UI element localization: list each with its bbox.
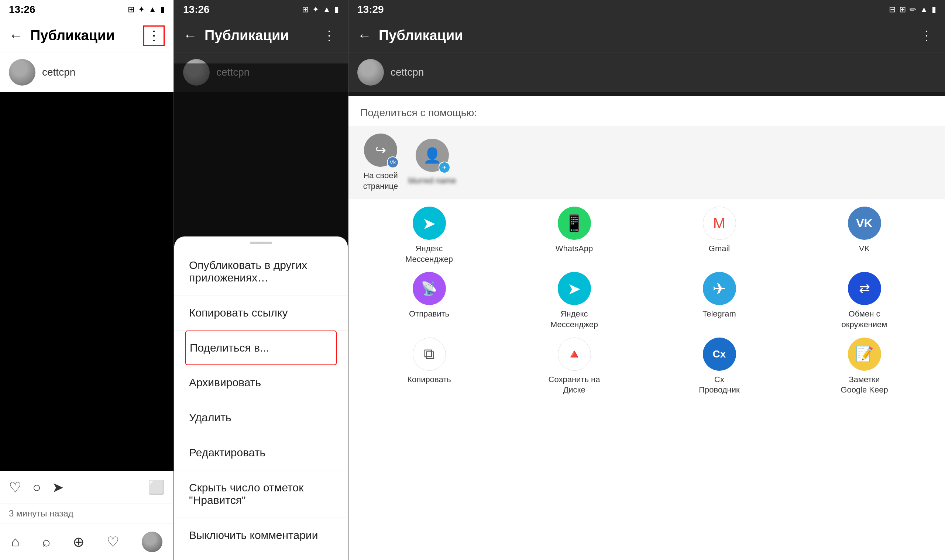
more-options-button-2[interactable]: ⋮ bbox=[320, 25, 339, 46]
copy-label: Копировать bbox=[407, 374, 451, 385]
telegram-icon: ✈ bbox=[703, 272, 736, 305]
vk-badge: Vk bbox=[387, 157, 399, 168]
share-person-tg[interactable]: 👤 ✈ blurred name bbox=[408, 139, 456, 186]
exchange-label: Обмен сокружением bbox=[842, 309, 887, 330]
share-app-yandex-messenger[interactable]: ➤ ЯндексМессенджер bbox=[360, 206, 498, 265]
share-icon-1[interactable]: ➤ bbox=[52, 479, 64, 495]
panel-3: 13:29 ⊟ ⊞ ✏ ▲ ▮ ← Публикации ⋮ cettcpn П… bbox=[348, 0, 945, 560]
yandex-messenger-icon-2: ➤ bbox=[558, 272, 591, 305]
share-app-send[interactable]: 📡 Отправить bbox=[360, 272, 498, 330]
share-app-yandex-messenger-2[interactable]: ➤ ЯндексМессенджер bbox=[506, 272, 643, 330]
app-header-2: ← Публикации ⋮ bbox=[174, 19, 348, 52]
tg-badge: ✈ bbox=[439, 162, 450, 173]
battery-icon-2: ▮ bbox=[335, 5, 339, 14]
back-button-3[interactable]: ← bbox=[357, 28, 372, 43]
content-area-1 bbox=[0, 92, 174, 471]
whatsapp-icon: 📱 bbox=[558, 206, 591, 240]
notes-icon: 📝 bbox=[848, 338, 881, 371]
home-icon-1[interactable]: ⌂ bbox=[11, 534, 20, 550]
share-app-vk[interactable]: VK VK bbox=[795, 206, 933, 265]
sheet-item-delete[interactable]: Удалить bbox=[174, 400, 348, 435]
share-app-copy[interactable]: ⧉ Копировать bbox=[360, 338, 498, 395]
sheet-item-edit[interactable]: Редактировать bbox=[174, 435, 348, 470]
send-label: Отправить bbox=[409, 309, 449, 320]
notes-label: ЗаметкиGoogle Keep bbox=[840, 374, 888, 395]
time-2: 13:26 bbox=[183, 4, 210, 15]
share-apps-grid: ➤ ЯндексМессенджер 📱 WhatsApp M Gmail VK bbox=[348, 199, 945, 403]
comment-icon-1[interactable]: ○ bbox=[32, 480, 41, 495]
app-header-3: ← Публикации ⋮ bbox=[348, 19, 945, 52]
likes-icon-1[interactable]: ♡ bbox=[107, 534, 119, 550]
bookmark-icon-1[interactable]: ⬜ bbox=[148, 480, 165, 495]
wifi-icon-3: ▲ bbox=[920, 5, 928, 14]
share-vk-page[interactable]: ↪ Vk На своейстранице bbox=[360, 134, 401, 191]
status-icons-3: ⊟ ⊞ ✏ ▲ ▮ bbox=[889, 5, 936, 14]
vk-icon: VK bbox=[848, 206, 881, 240]
user-row-3: cettcpn bbox=[348, 52, 945, 92]
page-title-1: Публикации bbox=[30, 28, 136, 43]
sheet-handle bbox=[250, 242, 272, 244]
bottom-sheet-2: Опубликовать в других приложениях… Копир… bbox=[174, 237, 348, 560]
sheet-item-archive[interactable]: Архивировать bbox=[174, 365, 348, 400]
share-app-notes[interactable]: 📝 ЗаметкиGoogle Keep bbox=[795, 338, 933, 395]
battery-icon-3: ▮ bbox=[932, 5, 936, 14]
username-3: cettcpn bbox=[390, 66, 936, 78]
share-sheet-3: Поделиться с помощью: ↪ Vk На своейстран… bbox=[348, 96, 945, 560]
bottom-nav-1: ⌂ ⌕ ⊕ ♡ bbox=[0, 523, 174, 560]
user-row-1: cettcpn bbox=[0, 52, 174, 92]
status-icons-1: ⊞ ✦ ▲ ▮ bbox=[128, 5, 165, 14]
avatar-1 bbox=[9, 59, 35, 86]
share-app-cx[interactable]: Сх СхПроводник bbox=[651, 338, 788, 395]
more-options-button-1[interactable]: ⋮ bbox=[143, 25, 165, 46]
wifi-icon: ▲ bbox=[148, 5, 157, 14]
exchange-icon: ⇄ bbox=[848, 272, 881, 305]
avatar-3 bbox=[357, 59, 384, 86]
telegram-label: Telegram bbox=[703, 309, 736, 320]
share-app-exchange[interactable]: ⇄ Обмен сокружением bbox=[795, 272, 933, 330]
drive-icon: 🔺 bbox=[558, 338, 591, 371]
back-button-1[interactable]: ← bbox=[9, 28, 23, 43]
sheet-item-publish[interactable]: Опубликовать в других приложениях… bbox=[174, 248, 348, 295]
panel-1: 13:26 ⊞ ✦ ▲ ▮ ← Публикации ⋮ cettcpn ♡ ○… bbox=[0, 0, 174, 560]
page-title-2: Публикации bbox=[205, 28, 312, 43]
share-app-whatsapp[interactable]: 📱 WhatsApp bbox=[506, 206, 643, 265]
wifi-icon-2: ▲ bbox=[323, 5, 331, 14]
more-options-button-3[interactable]: ⋮ bbox=[917, 25, 936, 46]
share-app-drive[interactable]: 🔺 Сохранить наДиске bbox=[506, 338, 643, 395]
yandex-messenger-icon: ➤ bbox=[413, 206, 446, 240]
vk-page-icon: ↪ Vk bbox=[364, 134, 397, 167]
back-button-2[interactable]: ← bbox=[183, 28, 197, 43]
person-tg-label: blurred name bbox=[408, 175, 456, 186]
gallery-icon-3: ⊟ bbox=[889, 5, 896, 14]
battery-icon: ▮ bbox=[160, 5, 165, 14]
page-title-3: Публикации bbox=[379, 28, 910, 43]
add-icon-1[interactable]: ⊕ bbox=[73, 534, 85, 550]
brush-icon-3: ✏ bbox=[910, 5, 916, 14]
share-app-gmail[interactable]: M Gmail bbox=[651, 206, 788, 265]
cx-icon: Сх bbox=[703, 338, 736, 371]
drive-label: Сохранить наДиске bbox=[549, 374, 600, 395]
time-1: 13:26 bbox=[9, 4, 35, 15]
search-icon-1[interactable]: ⌕ bbox=[42, 534, 51, 550]
status-icons-2: ⊞ ✦ ▲ ▮ bbox=[302, 5, 339, 14]
sheet-item-disable-comments[interactable]: Выключить комментарии bbox=[174, 518, 348, 552]
whatsapp-label: WhatsApp bbox=[555, 243, 593, 254]
share-contacts-row: ↪ Vk На своейстранице 👤 ✈ blurred name bbox=[348, 126, 945, 199]
post-actions-1: ♡ ○ ➤ ⬜ bbox=[0, 471, 174, 504]
profile-icon-1[interactable] bbox=[142, 532, 162, 552]
send-icon: 📡 bbox=[413, 272, 446, 305]
grid-icon-3: ⊞ bbox=[899, 5, 906, 14]
status-bar-3: 13:29 ⊟ ⊞ ✏ ▲ ▮ bbox=[348, 0, 945, 19]
share-app-telegram[interactable]: ✈ Telegram bbox=[651, 272, 788, 330]
vk-page-label: На своейстранице bbox=[363, 171, 398, 191]
sheet-item-hide-likes[interactable]: Скрыть число отметок "Нравится" bbox=[174, 470, 348, 518]
like-icon-1[interactable]: ♡ bbox=[9, 479, 22, 495]
sheet-item-share[interactable]: Поделиться в... bbox=[185, 331, 337, 365]
grid-icon-2: ⊞ bbox=[302, 5, 308, 14]
status-bar-2: 13:26 ⊞ ✦ ▲ ▮ bbox=[174, 0, 348, 19]
grid-icon: ⊞ bbox=[128, 5, 134, 14]
gmail-icon: M bbox=[703, 206, 736, 240]
copy-icon: ⧉ bbox=[413, 338, 446, 371]
sheet-item-copy-link[interactable]: Копировать ссылку bbox=[174, 295, 348, 331]
timestamp-1: 3 минуты назад bbox=[0, 504, 174, 523]
